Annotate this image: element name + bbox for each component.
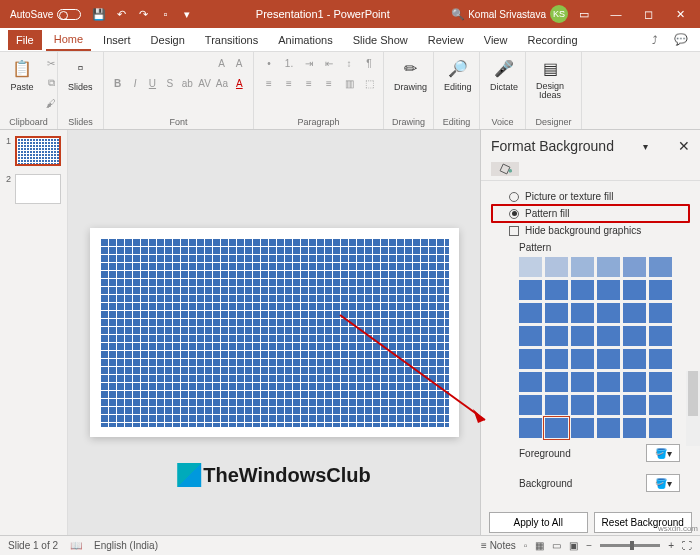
font-color-icon[interactable]: A <box>232 74 247 92</box>
line-spacing-icon[interactable]: ↕ <box>340 54 358 72</box>
italic-icon[interactable]: I <box>127 74 142 92</box>
tab-recording[interactable]: Recording <box>519 30 585 50</box>
pattern-swatch[interactable] <box>597 303 620 323</box>
drawing-button[interactable]: ✏Drawing <box>390 54 431 94</box>
start-icon[interactable]: ▫ <box>155 4 175 24</box>
pattern-swatch[interactable] <box>649 303 672 323</box>
shrink-font-icon[interactable]: A <box>231 54 247 72</box>
background-color-picker[interactable]: 🪣▾ <box>646 474 680 492</box>
pattern-swatch[interactable] <box>623 326 646 346</box>
grow-font-icon[interactable]: A <box>214 54 230 72</box>
pattern-swatch[interactable] <box>649 280 672 300</box>
pattern-swatch[interactable] <box>519 349 542 369</box>
font-select[interactable] <box>110 54 184 72</box>
spellcheck-icon[interactable]: 📖 <box>70 540 82 551</box>
zoom-out-icon[interactable]: − <box>586 540 592 551</box>
slideshow-view-icon[interactable]: ▣ <box>569 540 578 551</box>
qat-more-icon[interactable]: ▾ <box>177 4 197 24</box>
pattern-swatch[interactable] <box>571 349 594 369</box>
pattern-swatch[interactable] <box>545 257 568 277</box>
pattern-swatch[interactable] <box>571 326 594 346</box>
redo-icon[interactable]: ↷ <box>133 4 153 24</box>
maximize-icon[interactable]: ◻ <box>632 0 664 28</box>
zoom-slider[interactable] <box>600 544 660 547</box>
option-hide-graphics[interactable]: Hide background graphics <box>491 223 690 238</box>
pattern-swatch[interactable] <box>597 280 620 300</box>
editing-button[interactable]: 🔎Editing <box>440 54 476 94</box>
close-icon[interactable]: ✕ <box>664 0 696 28</box>
pattern-swatch[interactable] <box>623 372 646 392</box>
slide-thumb-2[interactable]: 2 <box>6 174 61 204</box>
pattern-swatch[interactable] <box>623 280 646 300</box>
undo-icon[interactable]: ↶ <box>111 4 131 24</box>
pane-scrollbar[interactable] <box>686 371 700 446</box>
tab-animations[interactable]: Animations <box>270 30 340 50</box>
pattern-swatch[interactable] <box>545 372 568 392</box>
option-picture-fill[interactable]: Picture or texture fill <box>491 189 690 204</box>
pattern-swatch[interactable] <box>519 326 542 346</box>
pattern-swatch[interactable] <box>571 257 594 277</box>
pattern-swatch[interactable] <box>597 372 620 392</box>
tab-slideshow[interactable]: Slide Show <box>345 30 416 50</box>
pattern-swatch[interactable] <box>571 395 594 415</box>
pattern-swatch[interactable] <box>623 303 646 323</box>
direction-icon[interactable]: ¶ <box>360 54 378 72</box>
strike-icon[interactable]: S <box>162 74 177 92</box>
minimize-icon[interactable]: — <box>600 0 632 28</box>
pattern-swatch[interactable] <box>571 372 594 392</box>
notes-button[interactable]: ≡ Notes <box>481 540 516 551</box>
pattern-swatch[interactable] <box>597 257 620 277</box>
numbering-icon[interactable]: 1. <box>280 54 298 72</box>
pattern-swatch[interactable] <box>519 257 542 277</box>
pattern-swatch[interactable] <box>649 418 672 438</box>
pattern-swatch[interactable] <box>623 395 646 415</box>
pattern-swatch[interactable] <box>519 303 542 323</box>
pattern-swatch[interactable] <box>571 303 594 323</box>
tab-transitions[interactable]: Transitions <box>197 30 266 50</box>
reading-view-icon[interactable]: ▭ <box>552 540 561 551</box>
align-left-icon[interactable]: ≡ <box>260 74 278 92</box>
pattern-swatch[interactable] <box>623 257 646 277</box>
smartart-icon[interactable]: ⬚ <box>360 74 378 92</box>
slides-button[interactable]: ▫ Slides <box>64 54 97 94</box>
ribbon-options-icon[interactable]: ▭ <box>568 0 600 28</box>
align-right-icon[interactable]: ≡ <box>300 74 318 92</box>
pattern-swatch[interactable] <box>519 395 542 415</box>
shadow-icon[interactable]: ab <box>180 74 195 92</box>
pane-dropdown-icon[interactable]: ▾ <box>643 141 648 152</box>
pattern-swatch-selected[interactable] <box>545 418 568 438</box>
pattern-swatch[interactable] <box>571 280 594 300</box>
fit-window-icon[interactable]: ⛶ <box>682 540 692 551</box>
tab-design[interactable]: Design <box>143 30 193 50</box>
justify-icon[interactable]: ≡ <box>320 74 338 92</box>
foreground-color-picker[interactable]: 🪣▾ <box>646 444 680 462</box>
slide-counter[interactable]: Slide 1 of 2 <box>8 540 58 551</box>
bold-icon[interactable]: B <box>110 74 125 92</box>
pane-close-icon[interactable]: ✕ <box>678 138 690 154</box>
pattern-swatch[interactable] <box>623 349 646 369</box>
tab-file[interactable]: File <box>8 30 42 50</box>
align-center-icon[interactable]: ≡ <box>280 74 298 92</box>
pattern-swatch[interactable] <box>649 326 672 346</box>
tab-insert[interactable]: Insert <box>95 30 139 50</box>
dictate-button[interactable]: 🎤Dictate <box>486 54 522 94</box>
pattern-swatch[interactable] <box>545 280 568 300</box>
case-icon[interactable]: Aa <box>214 74 229 92</box>
columns-icon[interactable]: ▥ <box>340 74 358 92</box>
pattern-swatch[interactable] <box>545 326 568 346</box>
pattern-swatch[interactable] <box>597 326 620 346</box>
share-icon[interactable]: ⤴ <box>644 30 666 50</box>
fill-category-button[interactable] <box>491 162 519 176</box>
pattern-swatch[interactable] <box>649 372 672 392</box>
user-account[interactable]: Komal Srivastava KS <box>468 5 568 23</box>
sorter-view-icon[interactable]: ▦ <box>535 540 544 551</box>
language-status[interactable]: English (India) <box>94 540 158 551</box>
pattern-swatch[interactable] <box>597 395 620 415</box>
autosave-toggle[interactable]: AutoSave <box>4 9 87 20</box>
option-pattern-fill[interactable]: Pattern fill <box>491 204 690 223</box>
indent-icon[interactable]: ⇥ <box>300 54 318 72</box>
pattern-swatch[interactable] <box>597 418 620 438</box>
tab-view[interactable]: View <box>476 30 516 50</box>
paste-button[interactable]: 📋 Paste <box>6 54 38 94</box>
spacing-icon[interactable]: AV <box>197 74 212 92</box>
